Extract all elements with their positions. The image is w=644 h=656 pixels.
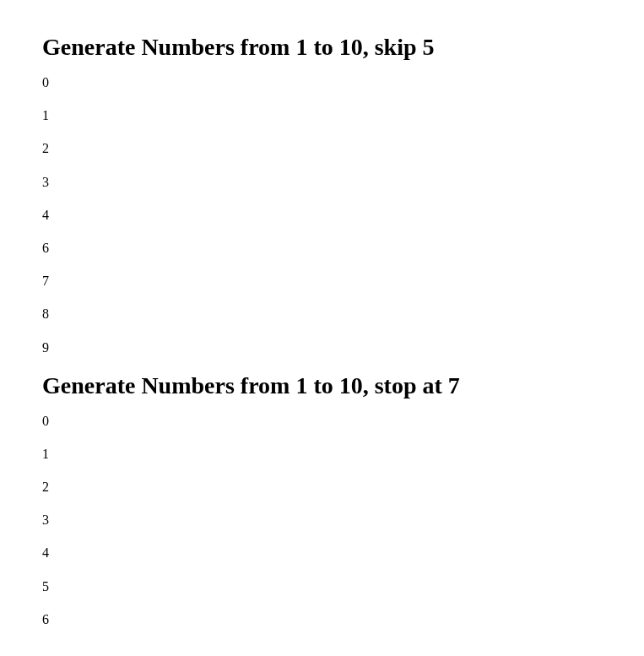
list-item: 3	[42, 174, 602, 190]
list-item: 4	[42, 207, 602, 223]
list-item: 7	[42, 273, 602, 289]
number-list-2: 0 1 2 3 4 5 6	[42, 413, 602, 627]
list-item: 6	[42, 240, 602, 256]
list-item: 0	[42, 413, 602, 429]
list-item: 0	[42, 74, 602, 90]
list-item: 8	[42, 306, 602, 322]
list-item: 4	[42, 545, 602, 561]
list-item: 1	[42, 446, 602, 462]
list-item: 3	[42, 512, 602, 528]
number-list-1: 0 1 2 3 4 6 7 8 9	[42, 74, 602, 355]
section-heading-2: Generate Numbers from 1 to 10, stop at 7	[42, 372, 602, 399]
list-item: 5	[42, 578, 602, 594]
list-item: 1	[42, 107, 602, 123]
list-item: 6	[42, 611, 602, 627]
section-heading-1: Generate Numbers from 1 to 10, skip 5	[42, 34, 602, 61]
list-item: 2	[42, 479, 602, 495]
list-item: 9	[42, 339, 602, 355]
list-item: 2	[42, 140, 602, 156]
